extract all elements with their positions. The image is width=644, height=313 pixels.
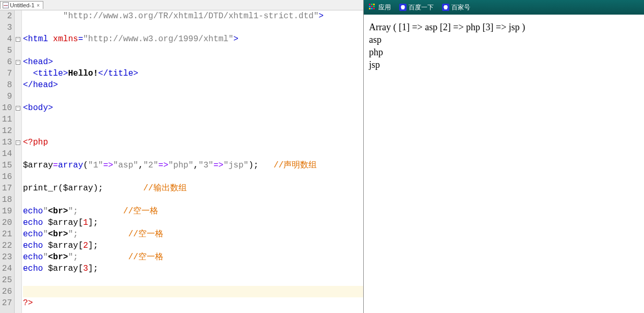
fold-toggle-icon[interactable]: − — [16, 37, 20, 42]
line-number: 9 — [0, 91, 12, 102]
line-number: 8 — [0, 79, 12, 91]
line-number: 24 — [0, 263, 12, 274]
code-line[interactable]: echo $array[1]; — [23, 217, 363, 228]
line-number: 10 — [0, 102, 12, 114]
line-number: 23 — [0, 251, 12, 263]
output-line: php — [369, 46, 639, 58]
code-lines[interactable]: "http://www.w3.org/TR/xhtml1/DTD/xhtml1-… — [22, 10, 363, 313]
line-number: 5 — [0, 45, 12, 56]
code-line[interactable]: <head> — [23, 56, 363, 68]
fold-toggle-icon[interactable]: − — [16, 106, 20, 111]
tab-title: Untitled-1 — [10, 2, 34, 8]
code-line[interactable]: echo"<br>"; //空一格 — [23, 228, 363, 240]
code-line[interactable] — [23, 274, 363, 286]
code-line[interactable]: echo $array[2]; — [23, 240, 363, 251]
bookmark-label: 百家号 — [451, 3, 470, 12]
line-number: 15 — [0, 160, 12, 171]
output-line: asp — [369, 33, 639, 46]
line-number: 14 — [0, 148, 12, 160]
line-number: 6 — [0, 56, 12, 68]
line-number: 13 — [0, 137, 12, 148]
bookmark-item[interactable]: 应用 — [369, 3, 391, 12]
code-line[interactable]: echo"<br>"; //空一格 — [23, 206, 363, 217]
code-line[interactable]: $array=array("1"=>"asp","2"=>"php","3"=>… — [23, 160, 363, 171]
line-number: 17 — [0, 183, 12, 194]
bookmark-item[interactable]: 百家号 — [442, 3, 470, 12]
line-number: 11 — [0, 114, 12, 125]
code-line[interactable]: <?php — [23, 137, 363, 148]
code-area[interactable]: 2345678910111213141516171819202122232425… — [0, 10, 363, 313]
output-line: jsp — [369, 58, 639, 71]
line-number: 25 — [0, 274, 12, 286]
code-line[interactable]: ?> — [23, 297, 363, 309]
code-line[interactable] — [23, 22, 363, 33]
tab-bar: Untitled-1 × — [0, 0, 363, 10]
file-icon — [3, 2, 9, 8]
code-editor-pane: Untitled-1 × 234567891011121314151617181… — [0, 0, 364, 313]
baidu-paw-icon — [442, 4, 449, 11]
apps-grid-icon — [369, 4, 376, 11]
line-number: 19 — [0, 206, 12, 217]
bookmarks-bar: 应用百度一下百家号 — [364, 0, 644, 15]
line-number: 22 — [0, 240, 12, 251]
bookmark-label: 应用 — [378, 3, 391, 12]
line-number: 18 — [0, 194, 12, 206]
code-line[interactable]: <title>Hello!</title> — [23, 68, 363, 79]
fold-gutter[interactable]: −−−− — [15, 10, 22, 313]
line-number: 16 — [0, 171, 12, 183]
fold-toggle-icon[interactable]: − — [16, 60, 20, 65]
line-number: 27 — [0, 297, 12, 309]
code-line[interactable] — [23, 148, 363, 160]
code-line[interactable]: <html xmlns="http://www.w3.org/1999/xhtm… — [23, 33, 363, 45]
code-line[interactable] — [23, 194, 363, 206]
output-line: Array ( [1] => asp [2] => php [3] => jsp… — [369, 21, 639, 33]
code-line[interactable] — [23, 125, 363, 137]
line-number: 4 — [0, 33, 12, 45]
bookmark-item[interactable]: 百度一下 — [399, 3, 434, 12]
baidu-paw-icon — [399, 4, 407, 11]
code-line[interactable] — [23, 286, 363, 297]
code-line[interactable]: "http://www.w3.org/TR/xhtml1/DTD/xhtml1-… — [23, 10, 363, 22]
bookmark-label: 百度一下 — [409, 3, 434, 12]
line-number: 3 — [0, 22, 12, 33]
line-number: 2 — [0, 10, 12, 22]
code-line[interactable] — [23, 45, 363, 56]
browser-output: Array ( [1] => asp [2] => php [3] => jsp… — [364, 15, 644, 313]
line-number: 12 — [0, 125, 12, 137]
code-line[interactable]: <body> — [23, 102, 363, 114]
editor-tab[interactable]: Untitled-1 × — [0, 1, 43, 9]
line-number: 7 — [0, 68, 12, 79]
code-line[interactable] — [23, 114, 363, 125]
browser-pane: 应用百度一下百家号 Array ( [1] => asp [2] => php … — [364, 0, 644, 313]
code-line[interactable]: echo"<br>"; //空一格 — [23, 251, 363, 263]
line-number: 26 — [0, 286, 12, 297]
line-number-gutter: 2345678910111213141516171819202122232425… — [0, 10, 15, 313]
fold-toggle-icon[interactable]: − — [16, 140, 20, 145]
code-line[interactable] — [23, 171, 363, 183]
code-line[interactable]: </head> — [23, 79, 363, 91]
code-line[interactable]: echo $array[3]; — [23, 263, 363, 274]
line-number: 20 — [0, 217, 12, 228]
code-line[interactable]: print_r($array); //输出数组 — [23, 183, 363, 194]
code-line[interactable] — [23, 91, 363, 102]
line-number: 21 — [0, 228, 12, 240]
close-icon[interactable]: × — [35, 3, 41, 8]
